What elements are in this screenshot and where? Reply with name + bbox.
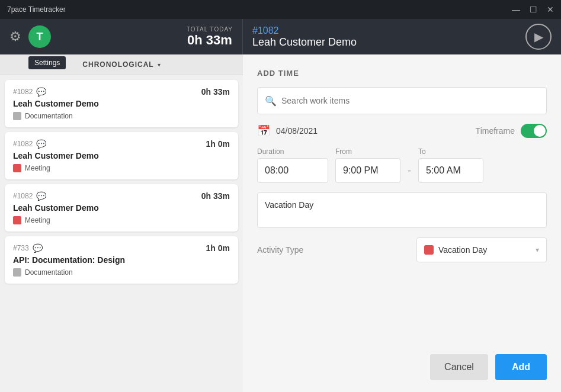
entry-top: #733 💬 1h 0m — [13, 243, 230, 253]
entry-name: Leah Customer Demo — [13, 151, 230, 160]
settings-tooltip: Settings — [28, 56, 66, 69]
search-input[interactable] — [281, 96, 539, 105]
header-left: ⚙ T Settings TOTAL TODAY 0h 33m — [0, 19, 243, 54]
duration-row: Duration From - To — [257, 147, 547, 183]
to-input[interactable] — [418, 158, 483, 183]
avatar[interactable]: T — [28, 25, 51, 48]
tag-label: Documentation — [25, 112, 73, 120]
entry-tag: Documentation — [13, 268, 230, 277]
entry-duration: 0h 33m — [201, 87, 230, 97]
date-timeframe-row: 📅 04/08/2021 Timeframe — [257, 124, 547, 138]
date-field[interactable]: 📅 04/08/2021 — [257, 124, 318, 137]
entry-id-row: #1082 💬 — [13, 87, 46, 97]
title-bar-controls: — ☐ ✕ — [512, 5, 554, 14]
comment-icon: 💬 — [36, 139, 46, 149]
timeframe-label: Timeframe — [476, 126, 515, 136]
header-work-item: #1082 Leah Customer Demo — [252, 25, 357, 49]
from-input[interactable] — [335, 158, 400, 183]
to-label: To — [418, 147, 483, 156]
tag-label: Documentation — [25, 268, 73, 277]
header-item-name: Leah Customer Demo — [252, 36, 357, 49]
time-entry-card[interactable]: #1082 💬 0h 33m Leah Customer Demo Meetin… — [5, 184, 238, 232]
sort-label: CHRONOLOGICAL — [82, 60, 153, 69]
duration-field: Duration — [257, 147, 328, 183]
sort-chevron-icon: ▾ — [158, 62, 161, 68]
comment-icon: 💬 — [36, 87, 46, 97]
activity-type-dropdown[interactable]: Vacation Day ▾ — [416, 237, 547, 262]
from-field: From — [335, 147, 400, 183]
search-icon: 🔍 — [265, 95, 277, 107]
entry-tag: Meeting — [13, 216, 230, 224]
entry-id: #733 — [13, 244, 29, 252]
entry-id: #1082 — [13, 140, 33, 148]
calendar-icon: 📅 — [257, 124, 270, 137]
from-label: From — [335, 147, 400, 156]
timeframe-row: Timeframe — [476, 124, 547, 138]
tag-color-icon — [13, 268, 21, 277]
entry-id-row: #1082 💬 — [13, 139, 46, 149]
entry-top: #1082 💬 1h 0m — [13, 139, 230, 149]
entry-top: #1082 💬 0h 33m — [13, 87, 230, 97]
activity-color-icon — [424, 245, 434, 255]
timeframe-toggle[interactable] — [521, 124, 547, 138]
tag-label: Meeting — [25, 164, 50, 172]
entry-duration: 0h 33m — [201, 191, 230, 201]
entry-duration: 1h 0m — [206, 243, 230, 253]
entry-tag: Documentation — [13, 112, 230, 120]
time-entries-list: #1082 💬 0h 33m Leah Customer Demo Docume… — [0, 75, 243, 392]
entry-top: #1082 💬 0h 33m — [13, 191, 230, 201]
dropdown-chevron-icon: ▾ — [536, 246, 539, 254]
close-button[interactable]: ✕ — [547, 5, 554, 14]
section-title: ADD TIME — [257, 69, 547, 78]
total-today-label: TOTAL TODAY — [187, 26, 233, 33]
left-panel: CHRONOLOGICAL ▾ #1082 💬 0h 33m Leah Cust… — [0, 54, 243, 392]
time-entry-card[interactable]: #733 💬 1h 0m API: Documentation: Design … — [5, 236, 238, 284]
activity-row: Activity Type Vacation Day ▾ — [257, 237, 547, 262]
time-entry-card[interactable]: #1082 💬 1h 0m Leah Customer Demo Meeting — [5, 132, 238, 179]
header: ⚙ T Settings TOTAL TODAY 0h 33m #1082 Le… — [0, 19, 561, 54]
entry-id: #1082 — [13, 88, 33, 96]
date-value: 04/08/2021 — [276, 126, 318, 136]
comment-icon: 💬 — [36, 191, 46, 201]
main: CHRONOLOGICAL ▾ #1082 💬 0h 33m Leah Cust… — [0, 54, 561, 392]
right-panel: ADD TIME 🔍 📅 04/08/2021 Timeframe Durati… — [243, 54, 561, 392]
total-today: TOTAL TODAY 0h 33m — [187, 26, 233, 48]
tag-color-icon — [13, 112, 21, 120]
notes-textarea[interactable] — [257, 192, 547, 228]
app-name: 7pace Timetracker — [7, 5, 66, 14]
header-right: #1082 Leah Customer Demo ▶ — [243, 24, 561, 50]
entry-id-row: #733 💬 — [13, 243, 43, 253]
header-item-id: #1082 — [252, 25, 279, 36]
time-separator: - — [408, 165, 411, 183]
action-row: Cancel Add — [257, 354, 547, 380]
total-today-value: 0h 33m — [187, 33, 233, 48]
entry-name: Leah Customer Demo — [13, 203, 230, 213]
time-entry-card[interactable]: #1082 💬 0h 33m Leah Customer Demo Docume… — [5, 80, 238, 127]
toggle-knob — [534, 125, 546, 137]
entry-id: #1082 — [13, 192, 33, 200]
tag-color-icon — [13, 164, 21, 172]
search-bar[interactable]: 🔍 — [257, 87, 547, 114]
tag-label: Meeting — [25, 216, 50, 224]
maximize-button[interactable]: ☐ — [530, 5, 537, 14]
title-bar: 7pace Timetracker — ☐ ✕ — [0, 0, 561, 19]
duration-input[interactable] — [257, 158, 328, 183]
entry-name: API: Documentation: Design — [13, 255, 230, 265]
tag-color-icon — [13, 216, 21, 224]
entry-id-row: #1082 💬 — [13, 191, 46, 201]
settings-icon[interactable]: ⚙ — [9, 29, 21, 44]
duration-label: Duration — [257, 147, 328, 156]
comment-icon: 💬 — [33, 243, 43, 253]
add-button[interactable]: Add — [495, 354, 547, 380]
entry-tag: Meeting — [13, 164, 230, 172]
cancel-button[interactable]: Cancel — [430, 354, 488, 380]
activity-type-label: Activity Type — [257, 245, 303, 255]
to-field: To — [418, 147, 483, 183]
activity-type-value: Vacation Day — [438, 245, 531, 255]
entry-duration: 1h 0m — [206, 139, 230, 149]
title-bar-left: 7pace Timetracker — [7, 5, 66, 14]
play-button[interactable]: ▶ — [525, 24, 552, 50]
entry-name: Leah Customer Demo — [13, 99, 230, 108]
minimize-button[interactable]: — — [512, 5, 520, 14]
